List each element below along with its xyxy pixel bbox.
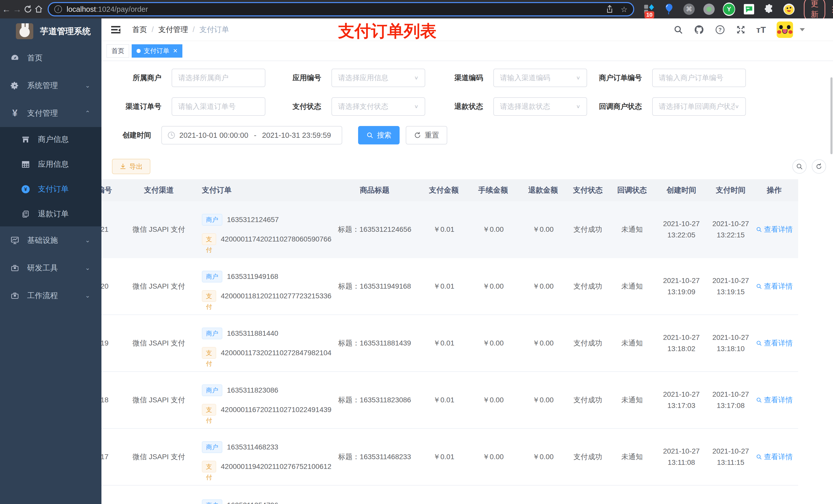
create-time: 2021-10-2713:18:02	[652, 332, 711, 355]
browser-home-button[interactable]	[34, 2, 43, 16]
tab-home[interactable]: 首页	[106, 44, 129, 57]
merchant-input-field[interactable]	[178, 74, 259, 82]
notify-status: 未通知	[612, 338, 652, 348]
browser-forward-button[interactable]: →	[13, 2, 22, 16]
active-dot-icon	[137, 49, 141, 53]
refund-amount: ￥0.00	[523, 395, 564, 405]
extensions-row: 10 ⌘ Y	[643, 3, 795, 15]
col-id: 编号	[101, 185, 120, 195]
extension-y-icon[interactable]: Y	[723, 3, 735, 15]
browser-toolbar: ← → i localhost:1024/pay/order ☆ 10	[0, 0, 833, 19]
search-icon	[756, 283, 762, 289]
sidebar-item-pay-order[interactable]: ¥ 支付订单	[0, 177, 101, 201]
view-detail-link[interactable]: 查看详情	[756, 452, 793, 462]
table-header-row: 编号 支付渠道 支付订单 商品标题 支付金额 手续金额 退款金额 支付状态 回调…	[101, 179, 798, 201]
merchant-tag: 商户	[202, 384, 222, 396]
sidebar-item-app-info[interactable]: 应用信息	[0, 152, 101, 177]
extension-chat-icon[interactable]	[743, 3, 755, 15]
tab-label: 支付订单	[144, 47, 169, 55]
channel-order-no-field[interactable]	[178, 102, 259, 111]
user-avatar[interactable]	[777, 22, 793, 38]
sidebar-item-payment[interactable]: ¥ 支付管理 ⌃	[0, 99, 101, 127]
channel-code-select[interactable]: 请输入渠道编码 ∨	[493, 69, 587, 87]
breadcrumb-section[interactable]: 支付管理	[158, 25, 188, 35]
product-title: 标题：1635311949168	[325, 282, 424, 291]
font-size-icon[interactable]: ᴛT	[756, 25, 766, 35]
merchant-order-no-field[interactable]	[659, 74, 739, 82]
notify-status: 未通知	[612, 452, 652, 462]
share-icon[interactable]	[606, 5, 614, 14]
sidebar-item-merchant-info[interactable]: 商户信息	[0, 127, 101, 152]
shop-icon	[21, 135, 31, 144]
sidebar-item-dev-tools[interactable]: 研发工具 ⌄	[0, 254, 101, 282]
top-navbar: 首页 / 支付管理 / 支付订单 支付订单列表 ? ᴛT	[101, 19, 833, 41]
sidebar-item-system[interactable]: 系统管理 ⌄	[0, 72, 101, 99]
sidebar-item-refund-order[interactable]: 退款订单	[0, 201, 101, 226]
extension-status-dot-icon[interactable]	[703, 3, 715, 15]
notify-status-select[interactable]: 请选择订单回调商户状态 ∨	[652, 97, 746, 116]
sidebar-item-label: 工作流程	[27, 290, 85, 301]
actions-cell: 查看详情	[751, 282, 798, 291]
search-button[interactable]: 搜索	[358, 126, 400, 144]
browser-back-button[interactable]: ←	[2, 2, 11, 16]
view-detail-link[interactable]: 查看详情	[756, 338, 793, 348]
reload-icon	[24, 5, 32, 14]
chevron-down-icon: ∨	[414, 75, 419, 81]
help-icon[interactable]: ?	[715, 25, 725, 35]
extension-balloon-icon[interactable]	[663, 3, 675, 15]
sidebar-collapse-icon[interactable]	[110, 25, 121, 34]
product-title: 标题：1635311468233	[325, 452, 424, 462]
fullscreen-icon[interactable]	[736, 25, 746, 34]
view-detail-link[interactable]: 查看详情	[756, 395, 793, 405]
browser-menu-icon[interactable]: ⋮	[829, 5, 833, 14]
sidebar-item-label: 支付管理	[27, 108, 85, 119]
bookmark-star-icon[interactable]: ☆	[621, 5, 627, 14]
show-search-toggle-button[interactable]	[792, 159, 807, 174]
table-body: 21 微信 JSAPI 支付 商户 1635312124657 支付 42000…	[101, 201, 798, 485]
vertical-scrollbar[interactable]	[830, 77, 832, 154]
tab-pay-order[interactable]: 支付订单 ✕	[132, 44, 182, 57]
search-icon[interactable]	[673, 25, 683, 34]
export-button[interactable]: 导出	[112, 159, 150, 174]
view-detail-link[interactable]: 查看详情	[756, 224, 793, 234]
create-time-range-picker[interactable]: 2021-10-01 00:00:00 - 2021-10-31 23:59:5…	[161, 126, 342, 144]
pay-status-select[interactable]: 请选择支付状态 ∨	[331, 97, 425, 116]
page-info-icon[interactable]: i	[54, 5, 62, 13]
pay-amount: ￥0.01	[424, 224, 463, 234]
filter-row-3: 创建时间 2021-10-01 00:00:00 - 2021-10-31 23…	[101, 126, 833, 144]
extension-tab-manager-icon[interactable]: 10	[643, 3, 655, 15]
sidebar-item-workflow[interactable]: 工作流程 ⌄	[0, 282, 101, 309]
actions-cell: 查看详情	[751, 395, 798, 405]
address-bar[interactable]: i localhost:1024/pay/order ☆	[48, 2, 634, 16]
pay-channel: 微信 JSAPI 支付	[120, 224, 197, 234]
breadcrumb: 首页 / 支付管理 / 支付订单	[132, 25, 229, 35]
sidebar-item-infrastructure[interactable]: 基础设施 ⌄	[0, 226, 101, 254]
extensions-puzzle-icon[interactable]	[763, 3, 775, 15]
sidebar-item-home[interactable]: 首页	[0, 44, 101, 72]
product-title: 标题：1635311823086	[325, 395, 424, 405]
refresh-table-button[interactable]	[812, 159, 826, 174]
sidebar: 芋道管理系统 首页 系统管理 ⌄ ¥ 支付管理 ⌃ 商户信息	[0, 19, 101, 504]
pay-amount: ￥0.01	[424, 338, 463, 348]
breadcrumb-home[interactable]: 首页	[132, 25, 147, 35]
github-icon[interactable]	[694, 25, 704, 35]
chevron-down-icon: ⌄	[85, 237, 90, 244]
merchant-order-no: 1635311881440	[227, 329, 278, 338]
fee-amount: ￥0.00	[463, 282, 523, 291]
sidebar-item-label: 商户信息	[38, 134, 101, 145]
browser-reload-button[interactable]	[24, 2, 32, 16]
view-detail-link[interactable]: 查看详情	[756, 282, 793, 291]
orders-table: 编号 支付渠道 支付订单 商品标题 支付金额 手续金额 退款金额 支付状态 回调…	[101, 179, 798, 504]
extension-command-icon[interactable]: ⌘	[683, 3, 695, 15]
merchant-input[interactable]	[172, 69, 265, 87]
close-icon[interactable]: ✕	[173, 48, 177, 54]
reset-button[interactable]: 重置	[406, 126, 447, 144]
app-select[interactable]: 请选择应用信息 ∨	[331, 69, 425, 87]
merchant-order-no-input[interactable]	[652, 69, 746, 87]
profile-emoji-icon[interactable]	[783, 3, 795, 15]
refund-status-select[interactable]: 请选择退款状态 ∨	[493, 97, 587, 116]
pay-order-cell: 商户 1635311823086 支付 42000011672021102710…	[197, 384, 325, 416]
pay-order-cell: 商户 1635311468233 支付 42000011942021102767…	[197, 441, 325, 473]
avatar-caret-icon[interactable]	[800, 28, 805, 31]
channel-order-no-input[interactable]	[172, 97, 265, 116]
